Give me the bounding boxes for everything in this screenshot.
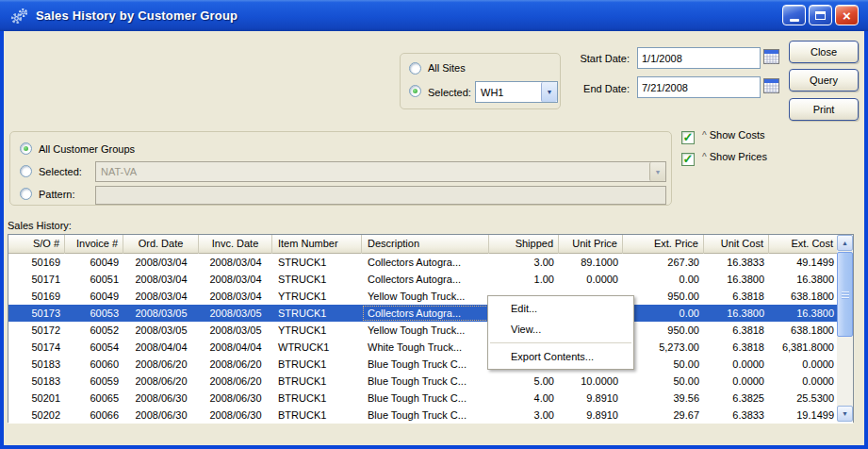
cell[interactable]: STRUCK1: [272, 305, 362, 322]
print-button[interactable]: Print: [789, 98, 859, 121]
cell[interactable]: 2008/03/04: [123, 254, 199, 271]
cell[interactable]: 2008/03/05: [123, 322, 199, 339]
cell[interactable]: 0.00: [623, 305, 704, 322]
close-action-button[interactable]: Close: [789, 41, 859, 63]
column-header[interactable]: Unit Cost: [704, 235, 769, 254]
cell[interactable]: 60049: [65, 254, 123, 271]
cell[interactable]: 29.67: [623, 407, 704, 424]
site-combobox-arrow[interactable]: ▼: [541, 82, 557, 102]
table-row[interactable]: 50183600602008/06/202008/06/20BTRUCK1Blu…: [8, 356, 853, 373]
table-row[interactable]: 50202600662008/06/302008/06/30BTRUCK1Blu…: [8, 407, 853, 424]
cell[interactable]: 60060: [65, 356, 123, 373]
cell[interactable]: 16.3833: [704, 254, 769, 271]
cell[interactable]: 50169: [8, 288, 65, 305]
cell[interactable]: 0.0000: [704, 356, 769, 373]
cell[interactable]: WTRUCK1: [272, 339, 362, 356]
cell[interactable]: 0.00: [623, 271, 704, 288]
cell[interactable]: BTRUCK1: [272, 356, 362, 373]
table-row[interactable]: 50172600522008/03/052008/03/05YTRUCK1Yel…: [8, 322, 853, 339]
cell[interactable]: 2008/03/05: [123, 305, 199, 322]
cell[interactable]: 0.0000: [769, 356, 839, 373]
cell[interactable]: 2008/06/20: [199, 373, 272, 390]
cell[interactable]: 39.56: [623, 390, 704, 407]
selected-site-radio[interactable]: [409, 85, 421, 97]
cell[interactable]: Blue Tough Truck C...: [362, 356, 489, 373]
column-header[interactable]: Ext. Price: [623, 235, 704, 254]
cell[interactable]: 5.00: [489, 373, 559, 390]
show-costs-checkbox[interactable]: ✓: [681, 131, 695, 144]
cell[interactable]: 2008/04/04: [199, 339, 272, 356]
cell[interactable]: 16.3800: [769, 271, 839, 288]
cell[interactable]: 0.0000: [559, 271, 623, 288]
minimize-button[interactable]: [782, 5, 806, 25]
cell[interactable]: Collectors Autogra...: [362, 305, 489, 322]
cell[interactable]: 950.00: [623, 322, 704, 339]
customer-group-combobox-arrow[interactable]: ▼: [649, 162, 665, 181]
cell[interactable]: 60066: [65, 407, 123, 424]
vertical-scrollbar[interactable]: ▲ ▼: [837, 235, 853, 422]
cell[interactable]: YTRUCK1: [272, 322, 362, 339]
cell[interactable]: 2008/03/04: [123, 271, 199, 288]
cell[interactable]: 2008/03/04: [199, 271, 272, 288]
cell[interactable]: BTRUCK1: [272, 407, 362, 424]
cell[interactable]: 16.3800: [704, 305, 769, 322]
all-sites-radio[interactable]: [409, 62, 421, 75]
cell[interactable]: 3.00: [489, 407, 559, 424]
table-row[interactable]: 50201600652008/06/302008/06/30BTRUCK1Blu…: [8, 390, 853, 407]
cell[interactable]: 89.1000: [559, 254, 623, 271]
cell[interactable]: 5,273.00: [623, 339, 704, 356]
close-button[interactable]: ×: [835, 5, 859, 25]
cell[interactable]: 1.00: [489, 271, 559, 288]
cell[interactable]: Collectors Autogra...: [362, 271, 489, 288]
cell[interactable]: 50172: [8, 322, 65, 339]
cell[interactable]: 16.3800: [704, 271, 769, 288]
cell[interactable]: 50169: [8, 254, 65, 271]
table-row[interactable]: 50169600492008/03/042008/03/04STRUCK1Col…: [8, 254, 853, 271]
column-header[interactable]: Description: [362, 235, 489, 254]
cell[interactable]: Yellow Tough Truck...: [362, 322, 489, 339]
cell[interactable]: 50202: [8, 407, 65, 424]
cell[interactable]: BTRUCK1: [272, 373, 362, 390]
column-header[interactable]: Ord. Date: [123, 235, 199, 254]
cell[interactable]: 267.30: [623, 254, 704, 271]
cell[interactable]: 2008/03/04: [199, 288, 272, 305]
cell[interactable]: 2008/06/20: [123, 373, 199, 390]
cell[interactable]: 2008/03/04: [123, 288, 199, 305]
cell[interactable]: 60065: [65, 390, 123, 407]
cell[interactable]: 6.3818: [704, 288, 769, 305]
cell[interactable]: 2008/06/30: [199, 407, 272, 424]
cell[interactable]: 638.1800: [769, 288, 839, 305]
column-header[interactable]: Invoice #: [65, 235, 123, 254]
cell[interactable]: 60059: [65, 373, 123, 390]
cell[interactable]: 2008/06/30: [199, 390, 272, 407]
cell[interactable]: 60049: [65, 288, 123, 305]
cell[interactable]: 9.8910: [559, 390, 623, 407]
cell[interactable]: 638.1800: [769, 322, 839, 339]
cell[interactable]: 2008/06/30: [123, 407, 199, 424]
cell[interactable]: 2008/06/20: [199, 356, 272, 373]
cell[interactable]: Yellow Tough Truck...: [362, 288, 489, 305]
cell[interactable]: 50171: [8, 271, 65, 288]
cell[interactable]: 2008/04/04: [123, 339, 199, 356]
scroll-down-button[interactable]: ▼: [837, 406, 853, 422]
customer-group-combobox[interactable]: NAT-VA ▼: [95, 161, 666, 182]
cell[interactable]: 6.3833: [704, 407, 769, 424]
cell[interactable]: 49.1499: [769, 254, 839, 271]
maximize-button[interactable]: [809, 5, 832, 25]
cell[interactable]: 2008/03/05: [199, 305, 272, 322]
pattern-radio[interactable]: [20, 188, 32, 200]
cell[interactable]: 9.8910: [559, 407, 623, 424]
menu-item[interactable]: View...: [488, 319, 633, 340]
cell[interactable]: 50183: [8, 356, 65, 373]
all-customer-groups-radio[interactable]: [20, 142, 32, 155]
end-date-input[interactable]: [637, 76, 761, 98]
cell[interactable]: 50173: [8, 305, 65, 322]
cell[interactable]: 50183: [8, 373, 65, 390]
cell[interactable]: 60054: [65, 339, 123, 356]
cell[interactable]: YTRUCK1: [272, 288, 362, 305]
scroll-up-button[interactable]: ▲: [837, 235, 853, 251]
cell[interactable]: Blue Tough Truck C...: [362, 407, 489, 424]
start-date-calendar-icon[interactable]: [763, 49, 779, 64]
table-row[interactable]: 50174600542008/04/042008/04/04WTRUCK1Whi…: [8, 339, 853, 356]
cell[interactable]: 2008/06/20: [123, 356, 199, 373]
